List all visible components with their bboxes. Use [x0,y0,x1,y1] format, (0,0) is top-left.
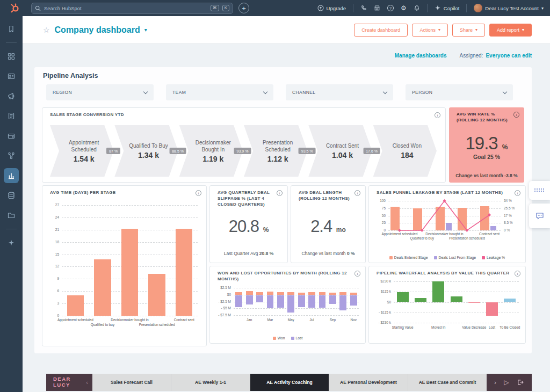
settings-gear-icon[interactable]: ⚙ [401,5,407,11]
info-icon[interactable] [515,190,520,196]
x-axis-label: Presentation scheduled [139,323,175,326]
waterfall-bar [504,299,516,302]
dashboard-meta-row: Manage dashboards Assigned: Everyone can… [23,44,550,67]
app-root: ⌘ K + Upgrade ? ⚙ [0,0,550,392]
gridline [62,316,198,316]
upgrade-button[interactable]: Upgrade [317,5,346,11]
x-axis-label: Moved In [431,325,445,329]
info-icon[interactable] [196,190,201,196]
sales-forms-icon[interactable] [4,108,19,124]
chevron-down-icon: ▾ [438,27,440,32]
chevron-down-icon: ▾ [541,6,544,11]
legend-item: Leakage % [482,256,505,259]
actions-button[interactable]: Actions▾ [412,24,448,37]
chevron-down-icon [383,89,387,93]
y-axis-tick: 3 [57,301,59,305]
bar-lost [287,295,294,313]
bar-lost [329,295,336,304]
y-axis-tick: 12 [55,264,59,268]
page-title[interactable]: Company dashboard [55,25,140,35]
share-button[interactable]: Share▾ [452,24,485,37]
library-folder-icon[interactable] [4,208,19,223]
gridline [394,323,519,323]
search-input[interactable] [44,5,207,11]
channel-filter-dropdown[interactable]: CHANNEL [286,84,393,100]
info-icon[interactable] [277,190,283,196]
card-title: AVG QUARTERLY DEAL SLIPPAGE % (LAST 4 CL… [218,190,273,207]
reporting-icon[interactable] [4,168,19,183]
favorite-star-icon[interactable]: ☆ [43,26,50,34]
bar-lost [267,295,274,308]
person-filter-dropdown[interactable]: PERSON [406,84,513,100]
bar-won [298,293,305,295]
info-icon[interactable] [354,190,360,196]
bar-won [329,293,336,295]
ai-sparkle-icon[interactable] [4,235,19,250]
calling-icon[interactable] [360,5,367,11]
info-icon[interactable] [354,271,360,277]
kpi-footer: Change vs last month 0 % [291,251,365,256]
x-axis-label: Sep [330,318,336,322]
chat-widget-button[interactable] [529,204,550,228]
info-icon[interactable] [513,112,519,118]
automations-icon[interactable] [4,148,19,163]
bar-lost [350,295,357,306]
pipeline-analysis-panel: Pipeline Analysis REGION TEAM CHANNEL PE… [34,67,532,353]
gridline [62,217,198,218]
team-filter-dropdown[interactable]: TEAM [166,84,273,100]
info-icon[interactable] [435,112,440,118]
region-filter-dropdown[interactable]: REGION [46,84,154,100]
help-icon[interactable]: ? [387,5,394,11]
tab-sales-forecast-call[interactable]: Sales Forecast Call [92,374,171,391]
marketing-megaphone-icon[interactable] [4,89,19,104]
bar-won [308,292,315,295]
legend-swatch [434,256,437,259]
pipeline-waterfall-chart-card: PIPELINE WATERFALL ANALYSIS BY VALUE THI… [368,266,526,344]
hubspot-logo-icon[interactable] [10,3,19,13]
copilot-button[interactable]: Copilot [435,5,460,11]
bookmarks-icon[interactable] [4,21,19,37]
bar-lost [277,295,284,308]
chevron-left-icon[interactable]: ‹ [86,379,88,386]
nav-divider [353,4,353,12]
win-rate-change: Change vs last month -3.8 % [449,173,524,178]
waterfall-bar [451,296,462,302]
bar-won [287,292,294,295]
deal-length-kpi-card: AVG DEAL LENGTH (ROLLING 12 MONTHS) 2.4 … [291,185,366,263]
y-axis-tick: 6 [57,289,59,293]
marketplace-icon[interactable] [374,5,380,11]
apps-dock-button[interactable] [529,181,550,200]
avg-time-per-stage-chart-card: AVG TIME (DAYS) PER STAGE 27242118151296… [42,185,207,346]
crm-contacts-icon[interactable] [4,69,19,84]
present-export-icon[interactable] [517,379,524,386]
tab-ae-weekly-1-1[interactable]: AE Weekly 1-1 [171,374,250,391]
gridline [234,288,359,288]
tab-ae-best-case-and-commit[interactable]: AE Best Case and Commit [408,374,487,391]
bar [94,259,111,316]
chevron-right-icon[interactable]: › [494,379,496,386]
y-axis-tick: 25 [382,221,386,224]
dear-lucy-logo[interactable]: DEARLUCY ‹ [46,374,92,391]
add-report-button[interactable]: Add report▾ [489,24,532,37]
notifications-bell-icon[interactable] [414,5,420,11]
avg-win-rate-card: AVG WIN RATE % (ROLLING 12 MONTHS) 19.3 … [449,107,524,183]
x-axis-label: Appointment scheduled [57,318,93,322]
workspaces-grid-icon[interactable] [4,49,19,64]
create-dashboard-button[interactable]: Create dashboard [354,24,408,37]
legend-swatch [389,256,393,259]
x-axis-label: Jul [310,318,314,322]
play-icon[interactable]: ▷ [504,379,509,386]
global-search[interactable]: ⌘ K [31,3,233,14]
assigned-value-link[interactable]: Everyone can edit [486,53,532,59]
quick-create-button[interactable]: + [238,3,249,13]
gridline [394,292,519,292]
manage-dashboards-link[interactable]: Manage dashboards [395,53,447,59]
tab-ae-activity-coaching[interactable]: AE Activity Coaching [250,374,329,391]
commerce-wallet-icon[interactable] [4,128,19,143]
tab-ae-personal-development[interactable]: AE Personal Development [329,374,408,391]
data-management-icon[interactable] [4,188,19,203]
chevron-down-icon[interactable]: ▾ [144,27,147,33]
info-icon[interactable] [515,271,520,277]
account-menu[interactable]: Dear Lucy Test Account ▾ [474,4,544,12]
x-axis-label: Qualified to buy [410,236,433,240]
